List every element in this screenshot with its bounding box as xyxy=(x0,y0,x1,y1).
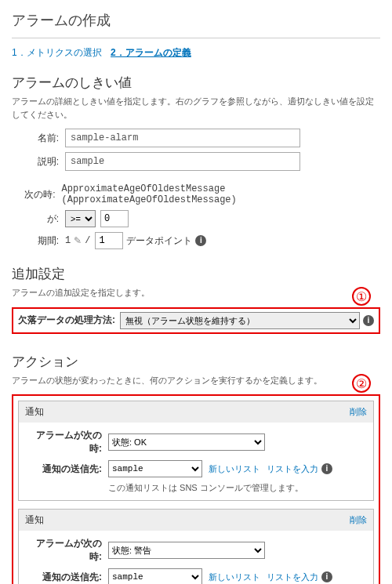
new-list-link[interactable]: 新しいリスト xyxy=(209,571,260,583)
missing-data-select[interactable]: 無視（アラーム状態を維持する） xyxy=(120,312,360,329)
wizard-steps: 1．メトリクスの選択 2．アラームの定義 xyxy=(12,46,380,60)
info-icon[interactable]: i xyxy=(363,315,374,326)
sns-note: この通知リストは SNS コンソールで管理します。 xyxy=(108,482,365,494)
actions-heading: アクション xyxy=(12,353,380,371)
period-unit: データポイント xyxy=(126,234,192,248)
dest-label: 通知の送信先: xyxy=(27,571,102,584)
is-label: が: xyxy=(12,212,59,226)
callout-marker-2: ② xyxy=(352,374,371,393)
dest-select[interactable]: sample xyxy=(108,568,202,584)
desc-input[interactable] xyxy=(65,152,300,171)
notify-block: 通知 削除 アラームが次の時: 状態: 警告 通知の送信先: sample 新し… xyxy=(18,509,374,584)
actions-desc: アラームの状態が変わったときに、何のアクションを実行するかを定義します。 xyxy=(12,374,380,387)
period-slash: / xyxy=(85,235,90,246)
info-icon[interactable]: i xyxy=(321,463,332,474)
info-icon[interactable]: i xyxy=(321,571,332,582)
page-title: アラームの作成 xyxy=(12,11,380,30)
edit-icon[interactable]: ✎ xyxy=(74,235,82,246)
callout-missing-data: ① 欠落データの処理方法: 無視（アラーム状態を維持する） i xyxy=(12,307,380,334)
state-select[interactable]: 状態: 警告 xyxy=(108,542,265,559)
step-metrics[interactable]: 1．メトリクスの選択 xyxy=(12,47,102,58)
period-n2-input[interactable] xyxy=(95,232,123,249)
missing-data-label: 欠落データの処理方法: xyxy=(18,314,115,327)
delete-link[interactable]: 削除 xyxy=(350,514,367,526)
additional-heading: 追加設定 xyxy=(12,265,380,283)
step-define-alarm[interactable]: 2．アラームの定義 xyxy=(111,47,191,58)
delete-link[interactable]: 削除 xyxy=(350,406,367,418)
alarm-when-label: アラームが次の時: xyxy=(27,429,102,455)
divider xyxy=(12,38,380,38)
name-input[interactable] xyxy=(65,129,300,147)
state-select[interactable]: 状態: OK xyxy=(108,433,265,451)
callout-marker-1: ① xyxy=(352,287,371,306)
threshold-desc: アラームの詳細としきい値を指定します。右のグラフを参照しながら、適切なしきい値を… xyxy=(12,95,380,121)
new-list-link[interactable]: 新しいリスト xyxy=(209,463,260,475)
alarm-when-label: アラームが次の時: xyxy=(27,537,102,564)
metric-name: ApproximateAgeOfOldestMessage (Approxima… xyxy=(62,183,380,205)
threshold-input[interactable] xyxy=(100,210,129,227)
name-label: 名前: xyxy=(12,132,59,145)
additional-desc: アラームの追加設定を指定します。 xyxy=(12,286,380,299)
operator-select[interactable]: >= xyxy=(65,210,96,227)
enter-list-link[interactable]: リストを入力 xyxy=(267,571,318,583)
dest-select[interactable]: sample xyxy=(108,460,202,477)
notify-block: 通知 削除 アラームが次の時: 状態: OK 通知の送信先: sample 新し… xyxy=(18,401,374,501)
dest-label: 通知の送信先: xyxy=(27,462,102,476)
notify-title: 通知 xyxy=(25,405,44,419)
info-icon[interactable]: i xyxy=(195,235,206,246)
desc-label: 説明: xyxy=(12,155,59,169)
period-label: 期間: xyxy=(12,234,59,248)
notify-title: 通知 xyxy=(25,513,44,527)
enter-list-link[interactable]: リストを入力 xyxy=(267,463,318,475)
threshold-heading: アラームのしきい値 xyxy=(12,74,380,92)
period-n1: 1 xyxy=(65,235,71,246)
callout-actions: ② 通知 削除 アラームが次の時: 状態: OK 通知の送信先: sample xyxy=(12,394,380,584)
when-label: 次の時: xyxy=(12,188,56,201)
